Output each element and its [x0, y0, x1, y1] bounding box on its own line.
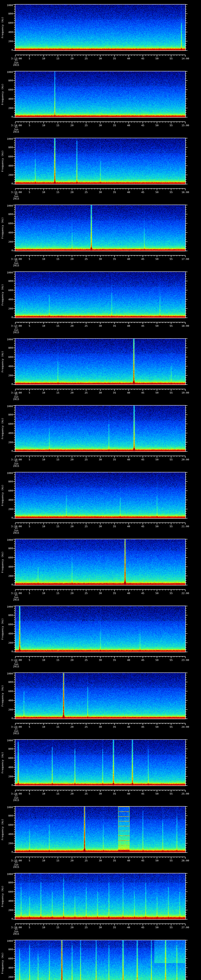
y-tick-label: 400	[0, 899, 13, 902]
x-tick-label: 20	[70, 792, 73, 795]
spectrogram-panel-9: Frequency (Hz) 10008006004002000 3:21:00…	[0, 535, 201, 601]
x-tick-label: 55	[170, 258, 173, 261]
x-tick-label: 30	[99, 859, 102, 862]
x-tick-label: 35	[113, 525, 116, 528]
x-axis-date: 11Jun2015	[11, 594, 21, 601]
x-tick-label: 10	[42, 124, 45, 127]
x-tick-label: 45	[141, 191, 145, 194]
x-axis-date: 11Jun2015	[11, 861, 21, 868]
x-tick-label: 30	[99, 191, 102, 194]
x-tick-label: 35	[113, 325, 116, 327]
x-tick-label: 35	[113, 458, 116, 461]
y-axis-title: Frequency (Hz)	[1, 740, 4, 786]
x-tick-label: 5	[29, 525, 30, 528]
y-tick-label: 600	[0, 222, 13, 225]
y-tick-label: 600	[0, 690, 13, 693]
spectrogram-canvas-15	[0, 936, 201, 980]
x-axis-end-time: 27:00	[181, 926, 189, 929]
y-tick-label: 600	[0, 556, 13, 559]
y-tick-label: 200	[0, 508, 13, 511]
x-tick-label: 45	[141, 725, 145, 728]
x-tick-label: 25	[85, 926, 88, 929]
x-tick-label: 20	[70, 659, 73, 662]
x-tick-label: 10	[42, 725, 45, 728]
y-tick-label: 1000	[0, 538, 13, 541]
spectrogram-canvas-5	[0, 267, 201, 334]
x-tick-label: 15	[56, 124, 59, 127]
date-line: 2015	[11, 398, 21, 401]
x-tick-label: 50	[155, 659, 159, 662]
x-tick-label: 50	[155, 792, 159, 795]
x-tick-label: 30	[99, 458, 102, 461]
x-axis-date: 11Jun2015	[11, 126, 21, 133]
y-tick-label: 200	[0, 574, 13, 578]
y-tick-label: 0	[0, 249, 13, 252]
y-tick-label: 200	[0, 107, 13, 110]
x-tick-label: 30	[99, 525, 102, 528]
x-tick-label: 15	[56, 258, 59, 261]
date-line: 2015	[11, 465, 21, 467]
x-tick-label: 50	[155, 325, 159, 327]
date-line: 2015	[11, 331, 21, 334]
x-tick-label: 35	[113, 926, 116, 929]
y-tick-label: 800	[0, 547, 13, 550]
y-tick-label: 800	[0, 346, 13, 349]
x-tick-label: 40	[127, 725, 130, 728]
y-axis-title: Frequency (Hz)	[1, 940, 4, 980]
y-tick-label: 200	[0, 908, 13, 912]
x-tick-label: 55	[170, 725, 173, 728]
x-tick-label: 15	[56, 57, 59, 60]
x-tick-label: 40	[127, 391, 130, 394]
y-tick-label: 400	[0, 766, 13, 769]
x-tick-label: 45	[141, 592, 145, 595]
x-axis-end-time: 14:00	[181, 57, 189, 60]
x-tick-label: 10	[42, 325, 45, 327]
y-tick-label: 600	[0, 623, 13, 626]
spectrogram-panel-3: Frequency (Hz) 10008006004002000 3:15:00…	[0, 134, 201, 200]
spectrogram-canvas-3	[0, 134, 201, 200]
y-tick-label: 800	[0, 814, 13, 817]
y-tick-label: 800	[0, 948, 13, 951]
x-tick-label: 45	[141, 926, 145, 929]
x-tick-label: 45	[141, 659, 145, 662]
x-tick-label: 30	[99, 792, 102, 795]
y-tick-label: 200	[0, 40, 13, 43]
y-tick-label: 400	[0, 164, 13, 167]
spectrogram-panel-8: Frequency (Hz) 10008006004002000 3:20:00…	[0, 468, 201, 535]
x-tick-label: 40	[127, 325, 130, 327]
x-tick-label: 10	[42, 57, 45, 60]
y-axis-title: Frequency (Hz)	[1, 5, 4, 50]
y-tick-label: 600	[0, 757, 13, 759]
y-tick-label: 600	[0, 88, 13, 91]
y-tick-label: 400	[0, 632, 13, 635]
y-tick-label: 0	[0, 650, 13, 653]
x-tick-label: 50	[155, 592, 159, 595]
x-tick-label: 10	[42, 659, 45, 662]
x-tick-label: 45	[141, 391, 145, 394]
y-tick-label: 200	[0, 641, 13, 644]
x-tick-label: 55	[170, 458, 173, 461]
x-tick-label: 40	[127, 659, 130, 662]
y-tick-label: 0	[0, 383, 13, 385]
x-tick-label: 20	[70, 525, 73, 528]
x-tick-label: 20	[70, 191, 73, 194]
y-tick-label: 200	[0, 975, 13, 978]
x-tick-label: 40	[127, 458, 130, 461]
x-tick-label: 20	[70, 124, 73, 127]
x-tick-label: 40	[127, 124, 130, 127]
spectrogram-panel-13: Frequency (Hz) 10008006004002000 3:25:00…	[0, 802, 201, 869]
x-axis-end-time: 21:00	[181, 525, 189, 528]
x-tick-label: 20	[70, 57, 73, 60]
y-tick-label: 200	[0, 708, 13, 711]
x-tick-label: 50	[155, 258, 159, 261]
x-tick-label: 50	[155, 725, 159, 728]
y-tick-label: 800	[0, 280, 13, 282]
x-tick-label: 45	[141, 458, 145, 461]
x-tick-label: 5	[29, 191, 30, 194]
spectrogram-canvas-14	[0, 869, 201, 936]
y-tick-label: 0	[0, 516, 13, 519]
x-axis-end-time: 16:00	[181, 191, 189, 194]
x-axis-date: 11Jun2015	[11, 661, 21, 668]
y-tick-label: 600	[0, 289, 13, 292]
x-tick-label: 40	[127, 525, 130, 528]
